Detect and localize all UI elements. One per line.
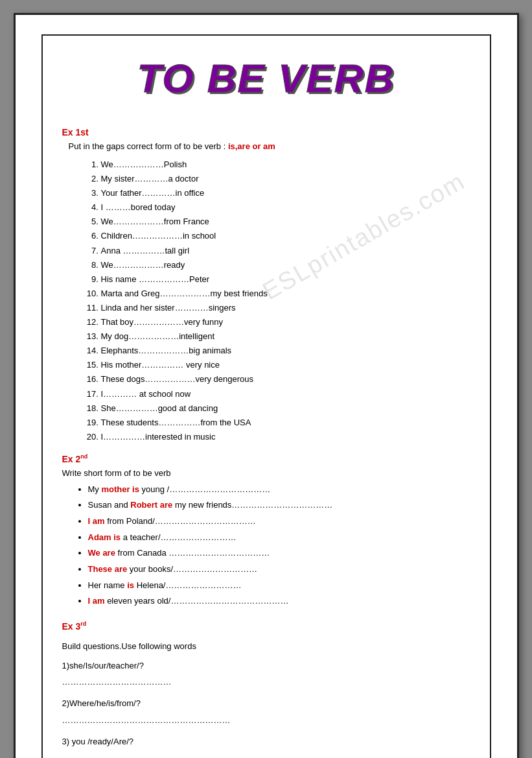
ex1-instruction-plain: Put in the gaps correct form of to be ve… [69,141,228,151]
list-item: We………………ready [101,258,470,272]
ex1-list: We………………Polish My sister…………a doctor You… [101,158,470,444]
ex2-superscript: nd [80,453,87,460]
red-text: Robert are [130,500,172,510]
list-item: Susan and Robert are my new friends……………… [88,497,470,514]
red-text: We are [88,548,115,558]
list-item: Adam is a teacher/……………………… [88,530,470,546]
list-item: Your father…………in office [101,186,470,200]
ex3-q2-answer: …………………………………………………… [62,713,470,728]
ex1-label: Ex 1st [62,127,470,137]
list-item: His mother…………… very nice [101,358,470,372]
ex3-q2: 2)Where/he/is/from/? [62,696,470,711]
list-item: These dogs………………very dengerous [101,372,470,386]
outer-border: TO BE VERB ESLprintables.com Ex 1st Put … [41,34,491,758]
list-item: I………… at school now [101,387,470,401]
red-text: These are [88,564,128,574]
exercise-3: Ex 3rd Build questions.Use following wor… [62,619,470,750]
ex3-q3: 3) you /ready/Are/? [62,734,470,749]
list-item: These students……………from the USA [101,416,470,430]
list-item: We………………from France [101,215,470,229]
ex3-instruction: Build questions.Use following words [62,639,470,654]
ex1-instruction: Put in the gaps correct form of to be ve… [69,141,470,151]
ex2-list: My mother is young /……………………………… Susan a… [82,482,470,610]
ex2-label: Ex 2nd [62,453,470,464]
list-item: Children………………in school [101,229,470,243]
list-item: Elephants………………big animals [101,344,470,358]
red-text: mother is [101,484,139,494]
list-item: My dog………………intelligent [101,329,470,344]
list-item: That boy………………very funny [101,315,470,329]
list-item: Anna ……………tall girl [101,244,470,258]
list-item: My mother is young /……………………………… [88,482,470,498]
list-item: I ………bored today [101,200,470,215]
ex3-q1-answer: ………………………………… [62,674,470,689]
ex3-q1: 1)she/Is/our/teacher/? [62,658,470,673]
ex3-label: Ex 3rd [62,619,470,635]
page-title: TO BE VERB [62,49,470,114]
list-item: His name ………………Peter [101,272,470,287]
page: TO BE VERB ESLprintables.com Ex 1st Put … [14,13,519,758]
red-text: I am [88,596,105,606]
exercise-1: Ex 1st Put in the gaps correct form of t… [62,127,470,444]
ex3-superscript: rd [80,621,86,627]
list-item: I……………interested in music [101,430,470,444]
exercise-2: Ex 2nd Write short form of to be verb My… [62,453,470,610]
ex2-instruction: Write short form of to be verb [62,468,470,478]
list-item: We………………Polish [101,158,470,172]
list-item: She……………good at dancing [101,401,470,416]
list-item: We are from Canada ……………………………… [88,545,470,562]
ex1-highlight: is,are or am [228,141,275,151]
list-item: Her name is Helena/……………………… [88,578,470,594]
list-item: Linda and her sister…………singers [101,301,470,315]
list-item: I am from Poland/……………………………… [88,514,470,530]
list-item: I am eleven years old/…………………………………… [88,593,470,610]
list-item: My sister…………a doctor [101,172,470,186]
list-item: These are your books/………………………… [88,562,470,578]
list-item: Marta and Greg………………my best friends [101,287,470,301]
red-text: Adam is [88,532,121,542]
red-text: is [127,580,134,590]
red-text: I am [88,516,105,526]
